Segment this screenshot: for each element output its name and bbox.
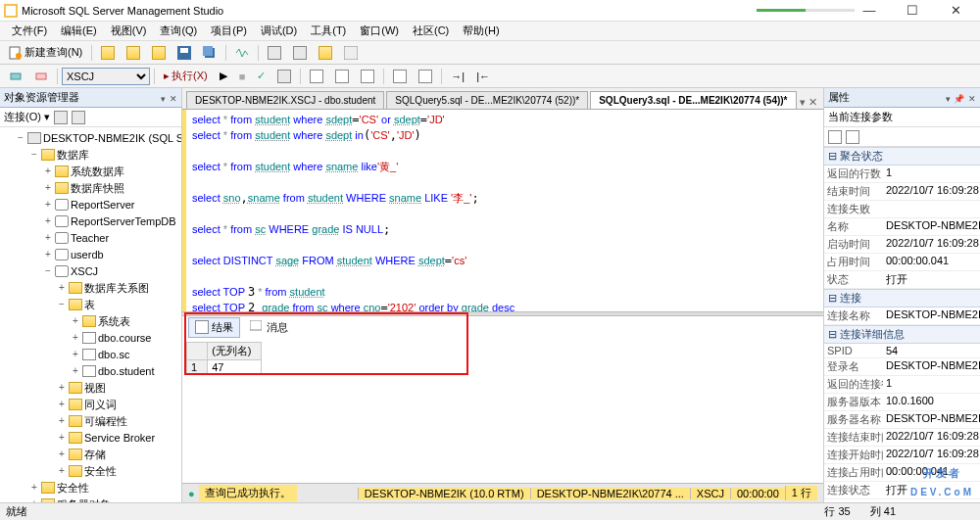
template-button[interactable] — [314, 44, 337, 62]
success-icon: ● — [188, 488, 195, 499]
panel-close-icon[interactable]: ✕ — [170, 94, 177, 104]
document-tab[interactable]: DESKTOP-NBME2IK.XSCJ - dbo.student — [186, 91, 384, 109]
execute-button[interactable]: ▸ 执行(X) — [159, 67, 213, 85]
property-row[interactable]: 连接失败 — [824, 201, 980, 218]
property-row[interactable]: 占用时间00:00:00.041 — [824, 254, 980, 271]
menu-item[interactable]: 文件(F) — [6, 22, 53, 40]
filter-icon[interactable] — [72, 111, 85, 124]
new-query-button[interactable]: 新建查询(N) — [4, 43, 87, 62]
result-cell[interactable]: 47 — [208, 360, 262, 375]
activity-button[interactable] — [230, 44, 254, 62]
property-row[interactable]: 状态打开 — [824, 271, 980, 289]
open-file-button[interactable] — [122, 44, 145, 62]
document-tab[interactable]: SQLQuery5.sql - DE...ME2IK\20774 (52))* — [386, 91, 588, 109]
comment-button[interactable] — [388, 68, 412, 85]
property-row[interactable]: SPID54 — [824, 344, 980, 358]
status-ready: 就绪 — [6, 504, 27, 519]
document-tab[interactable]: SQLQuery3.sql - DE...ME2IK\20774 (54))* — [590, 91, 796, 109]
panel-pin-icon[interactable]: ▾ 📌 — [946, 94, 964, 104]
menu-item[interactable]: 社区(C) — [407, 22, 455, 40]
status-message: 查询已成功执行。 — [199, 485, 297, 501]
maximize-button[interactable]: ☐ — [898, 3, 927, 18]
property-category[interactable]: ⊟ 连接 — [824, 289, 980, 307]
display-plan-button[interactable] — [272, 68, 296, 85]
object-tree[interactable]: −DESKTOP-NBME2IK (SQL Server 10.0.160 −数… — [0, 127, 181, 502]
property-row[interactable]: 名称DESKTOP-NBME2IK — [824, 218, 980, 236]
results-panel: 结果 消息 (无列名) 147 — [182, 316, 823, 483]
svg-rect-1 — [6, 6, 16, 16]
title-bar: Microsoft SQL Server Management Studio —… — [0, 0, 980, 22]
status-rows: 1 行 — [785, 486, 817, 500]
results-grid[interactable]: (无列名) 147 — [182, 338, 823, 483]
property-row[interactable]: 连接开始时间2022/10/7 16:09:28 — [824, 447, 980, 464]
menu-item[interactable]: 窗口(W) — [354, 22, 405, 40]
query-statusbar: ● 查询已成功执行。 DESKTOP-NBME2IK (10.0 RTM) DE… — [182, 483, 823, 502]
messages-tab[interactable]: 消息 — [244, 318, 294, 337]
refresh-icon[interactable] — [54, 111, 68, 124]
save-all-button[interactable] — [198, 44, 221, 62]
database-selector[interactable]: XSCJ — [62, 68, 150, 85]
property-row[interactable]: 启动时间2022/10/7 16:09:28 — [824, 236, 980, 254]
debug-button[interactable]: ▶ — [215, 68, 232, 84]
property-row[interactable]: 结束时间2022/10/7 16:09:28 — [824, 183, 980, 201]
status-line: 行 35 — [824, 504, 850, 519]
grid-icon — [195, 320, 209, 334]
property-row[interactable]: 返回的行数1 — [824, 165, 980, 183]
minimize-button[interactable]: — — [855, 3, 884, 18]
row-number[interactable]: 1 — [187, 360, 208, 375]
connect-button[interactable] — [4, 68, 27, 85]
property-row[interactable]: 服务器版本10.0.1600 — [824, 394, 980, 411]
svg-rect-8 — [344, 46, 358, 60]
parse-button[interactable]: ✓ — [252, 68, 270, 84]
results-grid-button[interactable] — [330, 68, 354, 85]
svg-point-3 — [16, 53, 22, 59]
menu-item[interactable]: 视图(V) — [105, 22, 153, 40]
stop-button[interactable]: ■ — [234, 69, 251, 84]
open-button[interactable] — [96, 44, 120, 62]
message-icon — [250, 320, 264, 334]
property-row[interactable]: 登录名DESKTOP-NBME2IK — [824, 358, 980, 376]
property-row[interactable]: 连接占用时间00:00:00.041 — [824, 464, 980, 482]
results-file-button[interactable] — [356, 68, 379, 85]
property-category[interactable]: ⊟ 聚合状态 — [824, 147, 980, 165]
menu-item[interactable]: 项目(P) — [205, 22, 253, 40]
panel-pin-icon[interactable]: ▾ — [161, 94, 166, 104]
properties-button[interactable] — [339, 44, 363, 62]
svg-rect-10 — [36, 73, 46, 79]
object-explorer-toolbar: 连接(O) ▾ — [0, 108, 181, 127]
menu-item[interactable]: 查询(Q) — [154, 22, 203, 40]
menu-item[interactable]: 编辑(E) — [55, 22, 103, 40]
close-button[interactable]: ✕ — [941, 3, 970, 18]
status-col: 列 41 — [870, 504, 896, 519]
sql-editor[interactable]: select * from student where sdept='CS' o… — [182, 110, 823, 311]
property-row[interactable]: 返回的连接行数1 — [824, 376, 980, 394]
property-row[interactable]: 连接名称DESKTOP-NBME2IK — [824, 307, 980, 325]
save-button[interactable] — [172, 44, 196, 62]
menu-item[interactable]: 帮助(H) — [457, 22, 505, 40]
property-row[interactable]: 连接状态打开 — [824, 482, 980, 499]
connect-dropdown[interactable]: 连接(O) ▾ — [4, 110, 50, 124]
object-explorer-button[interactable] — [288, 44, 312, 62]
column-header[interactable]: (无列名) — [208, 343, 262, 360]
results-tab[interactable]: 结果 — [188, 317, 240, 338]
properties-toolbar — [824, 127, 980, 147]
open-project-button[interactable] — [147, 44, 171, 62]
outdent-button[interactable]: |← — [471, 69, 495, 84]
properties-grid[interactable]: ⊟ 聚合状态返回的行数1结束时间2022/10/7 16:09:28连接失败名称… — [824, 147, 980, 502]
registered-servers-button[interactable] — [263, 44, 286, 62]
change-connection-button[interactable] — [29, 68, 53, 85]
property-category[interactable]: ⊟ 连接详细信息 — [824, 325, 980, 344]
menu-item[interactable]: 调试(D) — [255, 22, 303, 40]
categorize-icon[interactable] — [828, 130, 842, 144]
property-row[interactable]: 服务器名称DESKTOP-NBME2IK — [824, 411, 980, 429]
menu-item[interactable]: 工具(T) — [305, 22, 352, 40]
alpha-icon[interactable] — [846, 130, 859, 144]
indent-button[interactable]: →| — [446, 69, 469, 84]
property-row[interactable]: 连接结束时间2022/10/7 16:09:28 — [824, 429, 980, 447]
panel-close-icon[interactable]: ✕ — [968, 94, 976, 104]
tab-overflow-icon[interactable]: ▾ ✕ — [800, 96, 823, 109]
status-server: DESKTOP-NBME2IK (10.0 RTM) — [358, 488, 530, 499]
document-tabs: DESKTOP-NBME2IK.XSCJ - dbo.studentSQLQue… — [182, 88, 823, 110]
uncomment-button[interactable] — [414, 68, 437, 85]
results-text-button[interactable] — [305, 68, 328, 85]
